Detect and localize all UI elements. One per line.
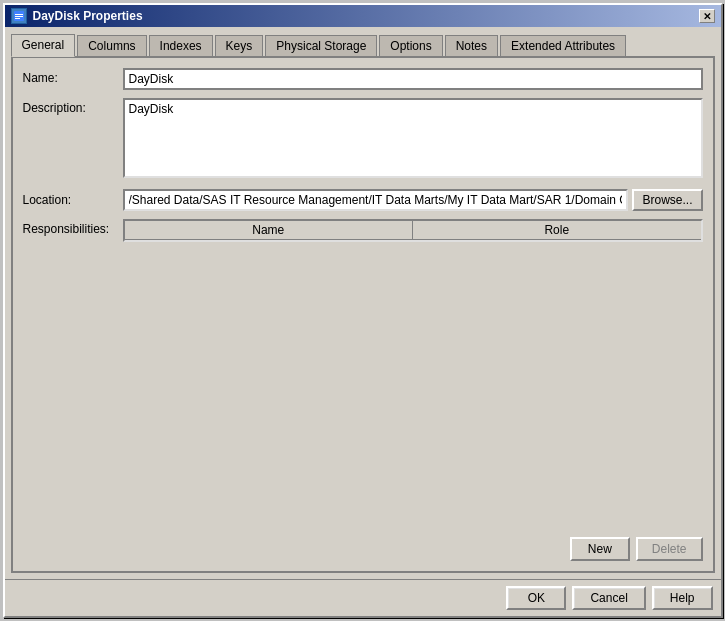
table-header: Name Role: [125, 221, 701, 240]
tab-extended-attributes[interactable]: Extended Attributes: [500, 35, 626, 57]
location-label: Location:: [23, 193, 123, 207]
location-input[interactable]: [123, 189, 629, 211]
help-button[interactable]: Help: [652, 586, 713, 610]
app-icon: [11, 8, 27, 24]
name-label: Name:: [23, 68, 123, 85]
svg-rect-1: [15, 14, 23, 15]
title-bar-left: DayDisk Properties: [11, 8, 143, 24]
tabs-container: General Columns Indexes Keys Physical St…: [11, 33, 715, 56]
window-title: DayDisk Properties: [33, 9, 143, 23]
name-field-wrapper: [123, 68, 703, 90]
table-header-name: Name: [125, 221, 414, 239]
dialog-body: General Columns Indexes Keys Physical St…: [5, 27, 721, 579]
description-input[interactable]: [123, 98, 703, 178]
name-input[interactable]: [123, 68, 703, 90]
location-row: Location: Browse...: [23, 189, 703, 211]
tab-notes[interactable]: Notes: [445, 35, 498, 57]
ok-button[interactable]: OK: [506, 586, 566, 610]
tab-columns[interactable]: Columns: [77, 35, 146, 57]
svg-rect-2: [15, 16, 23, 17]
tab-content: Name: Description: Location: Browse...: [11, 56, 715, 573]
responsibilities-label: Responsibilities:: [23, 219, 123, 236]
name-row: Name:: [23, 68, 703, 90]
browse-button[interactable]: Browse...: [632, 189, 702, 211]
description-label: Description:: [23, 98, 123, 115]
responsibilities-table: Name Role: [123, 219, 703, 242]
tab-indexes[interactable]: Indexes: [149, 35, 213, 57]
dialog-footer: OK Cancel Help: [5, 579, 721, 616]
tab-physical-storage[interactable]: Physical Storage: [265, 35, 377, 57]
close-button[interactable]: ✕: [699, 9, 715, 23]
tab-general[interactable]: General: [11, 34, 76, 57]
svg-rect-3: [15, 18, 20, 19]
tab-keys[interactable]: Keys: [215, 35, 264, 57]
cancel-button[interactable]: Cancel: [572, 586, 645, 610]
tab-options[interactable]: Options: [379, 35, 442, 57]
title-bar: DayDisk Properties ✕: [5, 5, 721, 27]
bottom-buttons-row: New Delete: [23, 537, 703, 561]
table-header-role: Role: [413, 221, 701, 239]
new-button[interactable]: New: [570, 537, 630, 561]
delete-button[interactable]: Delete: [636, 537, 703, 561]
dialog-window: DayDisk Properties ✕ General Columns Ind…: [3, 3, 723, 618]
responsibilities-section: Responsibilities: Name Role: [23, 219, 703, 531]
description-row: Description:: [23, 98, 703, 181]
description-field-wrapper: [123, 98, 703, 181]
